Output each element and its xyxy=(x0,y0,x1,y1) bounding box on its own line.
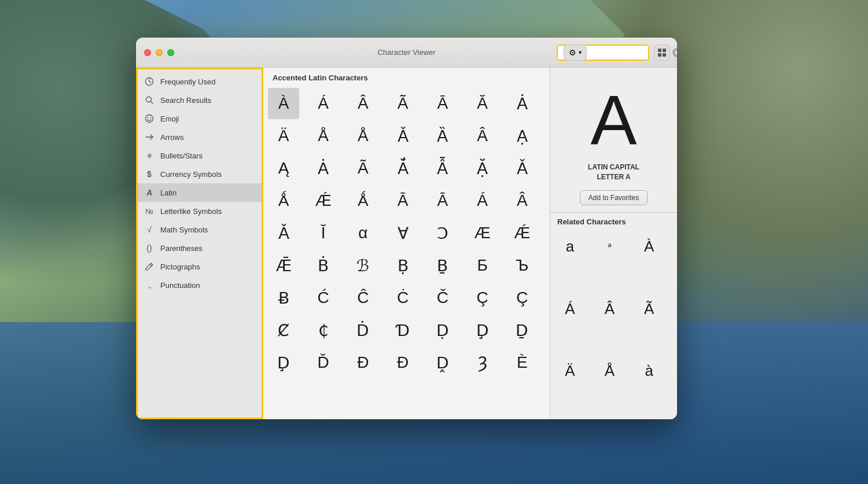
char-cell[interactable]: Ǎ xyxy=(506,153,538,184)
char-cell[interactable]: Đ xyxy=(347,347,378,378)
related-char-cell[interactable]: Á xyxy=(555,294,585,324)
char-cell[interactable]: È xyxy=(506,347,538,378)
related-char-cell[interactable]: a xyxy=(555,232,585,262)
char-cell[interactable]: Ǎ xyxy=(387,120,418,152)
char-cell[interactable]: ∀ xyxy=(387,217,418,249)
char-cell[interactable]: Ç xyxy=(467,282,498,313)
char-cell[interactable]: Ǣ xyxy=(268,250,299,281)
char-cell[interactable]: Á xyxy=(308,88,339,119)
char-cell[interactable]: Ć xyxy=(308,282,339,313)
sidebar-item-currency-symbols[interactable]: $ Currency Symbols xyxy=(136,165,263,183)
char-cell[interactable]: Ȁ xyxy=(427,120,458,152)
char-cell[interactable]: Ḑ xyxy=(268,347,299,378)
character-panel: Accented Latin Characters ÀÁÂÃĀĂȦÄÅÅǍȀÂẠ… xyxy=(263,68,550,419)
char-cell[interactable]: Ḅ xyxy=(387,250,418,281)
char-cell[interactable]: Ã xyxy=(387,88,418,119)
sidebar-item-latin[interactable]: A Latin xyxy=(136,183,263,202)
sidebar-item-punctuation[interactable]: ., Punctuation xyxy=(136,276,263,294)
related-char-cell[interactable]: à xyxy=(634,356,664,386)
clear-search-button[interactable] xyxy=(672,48,677,57)
char-cell[interactable]: Â xyxy=(467,120,498,152)
char-cell[interactable]: Ā xyxy=(427,185,458,216)
related-char-cell[interactable]: À xyxy=(634,232,664,262)
char-cell[interactable]: Ȧ xyxy=(506,88,538,119)
char-cell[interactable]: Ā xyxy=(387,185,418,216)
related-char-cell[interactable]: Å xyxy=(594,356,624,386)
char-cell[interactable]: Ǻ xyxy=(268,185,299,216)
char-cell[interactable]: Ḇ xyxy=(427,250,458,281)
related-char-cell[interactable]: Ã xyxy=(634,294,664,324)
char-cell[interactable]: Ȧ xyxy=(308,153,339,184)
char-cell[interactable]: Ȼ xyxy=(268,315,299,346)
related-char-cell[interactable]: Ä xyxy=(555,356,585,386)
char-cell[interactable]: Ã xyxy=(347,153,378,184)
char-grid: ÀÁÂÃĀĂȦÄÅÅǍȀÂẠĄȦÃẮẪẶǍǺǼǺĀĀÁÂǍĬα∀ƆÆǼǢḂℬḄḆ… xyxy=(268,88,545,378)
char-cell[interactable]: Ĉ xyxy=(347,282,378,313)
char-cell[interactable]: Б xyxy=(467,250,498,281)
char-grid-container: ÀÁÂÃĀĂȦÄÅÅǍȀÂẠĄȦÃẮẪẶǍǺǼǺĀĀÁÂǍĬα∀ƆÆǼǢḂℬḄḆ… xyxy=(263,86,550,419)
char-cell[interactable]: Ъ xyxy=(506,250,538,281)
related-char-cell[interactable]: ᵃ xyxy=(594,232,624,262)
add-to-favorites-button[interactable]: Add to Favorites xyxy=(580,190,648,205)
char-cell[interactable]: Å xyxy=(347,120,378,152)
minimize-button[interactable] xyxy=(156,49,163,56)
char-cell[interactable]: Ǻ xyxy=(347,185,378,216)
char-cell[interactable]: Â xyxy=(506,185,538,216)
char-cell[interactable]: À xyxy=(268,88,299,119)
char-cell[interactable]: Ḋ xyxy=(347,315,378,346)
char-cell[interactable]: Ĭ xyxy=(308,217,339,249)
related-characters-label: Related Characters xyxy=(550,212,677,230)
char-cell[interactable]: Å xyxy=(308,120,339,152)
char-cell[interactable]: Ḓ xyxy=(427,347,458,378)
char-cell[interactable]: Ǽ xyxy=(308,185,339,216)
sidebar-item-bullets-stars[interactable]: ✳ Bullets/Stars xyxy=(136,146,263,165)
grid-view-button[interactable] xyxy=(654,45,670,61)
sidebar-item-frequently-used[interactable]: Frequently Used xyxy=(136,72,263,91)
char-cell[interactable]: Ď xyxy=(308,347,339,378)
char-cell[interactable]: Æ xyxy=(467,217,498,249)
char-cell[interactable]: Ắ xyxy=(387,153,418,184)
sidebar-item-letterlike-symbols[interactable]: № Letterlike Symbols xyxy=(136,202,263,220)
char-cell[interactable]: Ặ xyxy=(467,153,498,184)
char-cell[interactable]: ₵ xyxy=(308,315,339,346)
sidebar-item-search-results[interactable]: Search Results xyxy=(136,91,263,109)
sidebar-item-math-symbols[interactable]: √ Math Symbols xyxy=(136,220,263,239)
char-cell[interactable]: Ǎ xyxy=(268,217,299,249)
char-cell[interactable]: Ă xyxy=(467,88,498,119)
char-cell[interactable]: Ç xyxy=(506,282,538,313)
char-cell[interactable]: Ą xyxy=(268,153,299,184)
char-cell[interactable]: Ǽ xyxy=(506,217,538,249)
char-cell[interactable]: Ḑ xyxy=(467,315,498,346)
char-cell[interactable]: Ɔ xyxy=(427,217,458,249)
sidebar-item-pictographs[interactable]: Pictographs xyxy=(136,257,263,276)
sidebar-item-emoji[interactable]: Emoji xyxy=(136,109,263,128)
char-cell[interactable]: Ċ xyxy=(387,282,418,313)
search-sidebar-icon xyxy=(144,95,155,105)
char-cell[interactable]: Ɗ xyxy=(387,315,418,346)
char-cell[interactable]: ℬ xyxy=(347,250,378,281)
dots-icon: ., xyxy=(144,280,155,290)
gear-button[interactable]: ⚙ ▾ xyxy=(564,45,587,61)
char-cell[interactable]: Â xyxy=(347,88,378,119)
sidebar-label-math-symbols: Math Symbols xyxy=(160,226,208,234)
char-cell[interactable]: Ƀ xyxy=(268,282,299,313)
sidebar-item-parentheses[interactable]: () Parentheses xyxy=(136,239,263,257)
dollar-icon: $ xyxy=(144,169,155,179)
close-button[interactable] xyxy=(144,49,151,56)
char-cell[interactable]: Á xyxy=(467,185,498,216)
svg-rect-3 xyxy=(663,49,666,52)
char-cell[interactable]: Ä xyxy=(268,120,299,152)
char-cell[interactable]: α xyxy=(347,217,378,249)
char-cell[interactable]: Ḃ xyxy=(308,250,339,281)
char-cell[interactable]: Ḍ xyxy=(427,315,458,346)
char-cell[interactable]: Ā xyxy=(427,88,458,119)
char-cell[interactable]: Č xyxy=(427,282,458,313)
char-cell[interactable]: Ȝ xyxy=(467,347,498,378)
related-char-cell[interactable]: Â xyxy=(594,294,624,324)
sidebar-item-arrows[interactable]: Arrows xyxy=(136,128,263,146)
char-cell[interactable]: Ð xyxy=(387,347,418,378)
char-cell[interactable]: Ạ xyxy=(506,120,538,152)
char-cell[interactable]: Ḏ xyxy=(506,315,538,346)
char-cell[interactable]: Ẫ xyxy=(427,153,458,184)
maximize-button[interactable] xyxy=(167,49,174,56)
